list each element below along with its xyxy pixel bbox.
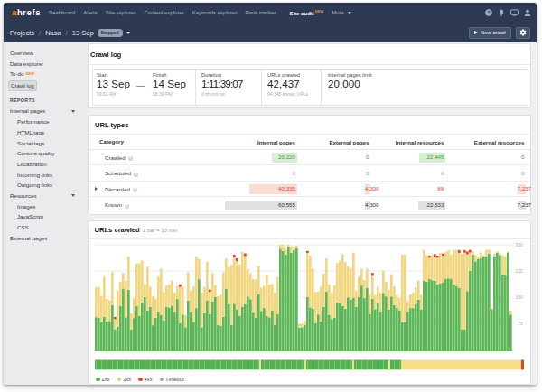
svg-text:?: ? xyxy=(487,10,491,15)
svg-text:150: 150 xyxy=(515,294,523,299)
svg-text:300: 300 xyxy=(515,242,523,247)
svg-text:225: 225 xyxy=(515,267,523,273)
svg-text:75: 75 xyxy=(518,321,523,326)
